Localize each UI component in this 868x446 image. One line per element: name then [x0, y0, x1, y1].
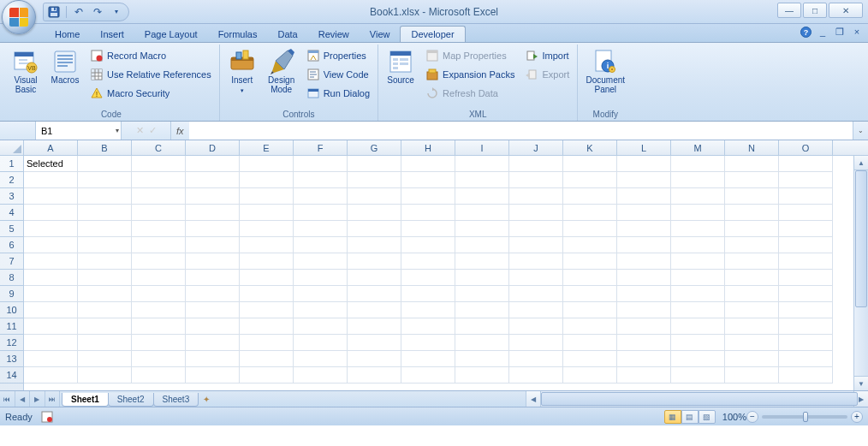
cell[interactable]: [348, 318, 401, 335]
cell[interactable]: [78, 270, 132, 286]
cell[interactable]: [240, 188, 294, 205]
cell[interactable]: [401, 367, 455, 384]
office-button[interactable]: [2, 0, 36, 34]
cell[interactable]: [348, 335, 401, 351]
cell[interactable]: [455, 221, 509, 237]
zoom-thumb[interactable]: [803, 412, 808, 422]
cell[interactable]: [725, 351, 779, 367]
cell[interactable]: [509, 367, 563, 384]
cell[interactable]: [617, 318, 671, 335]
run-dialog-button[interactable]: Run Dialog: [302, 84, 374, 103]
cell[interactable]: [671, 367, 725, 384]
cell[interactable]: [617, 172, 671, 188]
cell[interactable]: [671, 270, 725, 286]
tab-data[interactable]: Data: [267, 27, 307, 42]
tab-view[interactable]: View: [360, 27, 401, 42]
cell[interactable]: [294, 318, 348, 335]
cell[interactable]: [779, 172, 833, 188]
cell[interactable]: [779, 367, 833, 384]
cell[interactable]: [779, 318, 833, 335]
record-macro-button[interactable]: Record Macro: [86, 46, 216, 65]
cell[interactable]: [186, 335, 240, 351]
cell[interactable]: [132, 188, 186, 205]
cell[interactable]: [132, 156, 186, 172]
cell[interactable]: [509, 172, 563, 188]
cell[interactable]: [455, 270, 509, 286]
cell[interactable]: [401, 302, 455, 318]
import-button[interactable]: Import: [520, 46, 574, 65]
sheet-tab[interactable]: Sheet1: [62, 393, 109, 407]
cell[interactable]: [563, 367, 617, 384]
zoom-in-button[interactable]: +: [851, 411, 863, 423]
cell[interactable]: [725, 286, 779, 302]
column-header[interactable]: D: [186, 140, 240, 155]
help-icon[interactable]: ?: [800, 26, 812, 38]
name-box[interactable]: B1▾: [36, 122, 122, 140]
column-header[interactable]: L: [617, 140, 671, 155]
column-header[interactable]: C: [132, 140, 186, 155]
expansion-packs-button[interactable]: Expansion Packs: [421, 65, 519, 84]
cell[interactable]: [725, 318, 779, 335]
cell[interactable]: [725, 237, 779, 253]
cell[interactable]: [455, 253, 509, 270]
cell[interactable]: [348, 205, 401, 221]
cell[interactable]: [348, 270, 401, 286]
row-header[interactable]: 10: [0, 302, 23, 318]
cell[interactable]: [240, 351, 294, 367]
cell[interactable]: [509, 270, 563, 286]
qat-customize[interactable]: ▾: [110, 5, 123, 19]
cell[interactable]: [509, 335, 563, 351]
cell[interactable]: [186, 367, 240, 384]
cell[interactable]: [401, 351, 455, 367]
cell[interactable]: [563, 205, 617, 221]
cell[interactable]: [509, 188, 563, 205]
cell[interactable]: [563, 270, 617, 286]
scroll-up-icon[interactable]: ▲: [854, 156, 868, 170]
cell[interactable]: [78, 318, 132, 335]
cell[interactable]: [455, 351, 509, 367]
cell[interactable]: [24, 237, 78, 253]
cell[interactable]: [671, 188, 725, 205]
cell[interactable]: [24, 188, 78, 205]
cell[interactable]: [78, 367, 132, 384]
cell[interactable]: [401, 156, 455, 172]
cell[interactable]: [240, 318, 294, 335]
column-header[interactable]: M: [671, 140, 725, 155]
column-header[interactable]: J: [509, 140, 563, 155]
cell[interactable]: [132, 221, 186, 237]
cell[interactable]: [671, 335, 725, 351]
cell[interactable]: [455, 286, 509, 302]
cell[interactable]: [401, 188, 455, 205]
cell[interactable]: [132, 237, 186, 253]
redo-button[interactable]: ↷: [91, 5, 104, 19]
row-header[interactable]: 6: [0, 237, 23, 253]
tab-home[interactable]: Home: [45, 27, 90, 42]
cell[interactable]: [779, 221, 833, 237]
cell[interactable]: [455, 367, 509, 384]
cell[interactable]: [186, 172, 240, 188]
cell[interactable]: [240, 156, 294, 172]
save-button[interactable]: [47, 5, 61, 19]
cell[interactable]: [671, 172, 725, 188]
cell[interactable]: [348, 188, 401, 205]
cell[interactable]: [348, 237, 401, 253]
cell[interactable]: [240, 253, 294, 270]
cell[interactable]: [186, 205, 240, 221]
cell[interactable]: [240, 221, 294, 237]
tab-review[interactable]: Review: [308, 27, 360, 42]
zoom-out-button[interactable]: −: [746, 411, 758, 423]
cell[interactable]: [78, 172, 132, 188]
undo-button[interactable]: ↶: [72, 5, 86, 19]
cell[interactable]: [779, 253, 833, 270]
design-mode-button[interactable]: Design Mode: [263, 46, 300, 97]
cell[interactable]: [78, 237, 132, 253]
cell[interactable]: [294, 237, 348, 253]
cell[interactable]: [24, 286, 78, 302]
cell[interactable]: [401, 270, 455, 286]
insert-controls-button[interactable]: Insert▾: [223, 46, 261, 98]
cell[interactable]: [294, 172, 348, 188]
column-header[interactable]: B: [78, 140, 132, 155]
cell[interactable]: [563, 253, 617, 270]
cell[interactable]: [132, 205, 186, 221]
cell[interactable]: [617, 302, 671, 318]
